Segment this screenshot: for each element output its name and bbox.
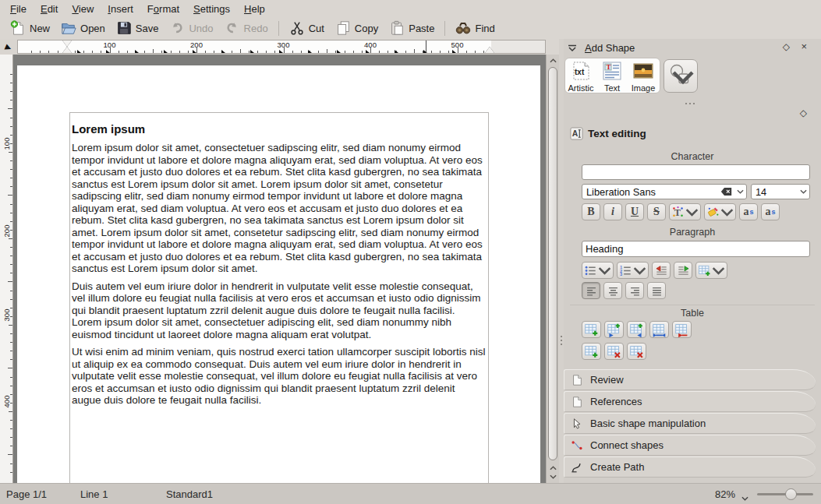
highlight-color-button[interactable]	[704, 203, 736, 220]
document-heading[interactable]: Lorem ipsum	[72, 122, 487, 136]
zoom-slider[interactable]	[757, 493, 813, 495]
font-color-button[interactable]: T	[669, 203, 701, 220]
bullet-list-button[interactable]	[582, 262, 614, 279]
docker-review[interactable]: Review	[564, 369, 816, 390]
align-left-button[interactable]	[582, 282, 600, 299]
bold-button[interactable]: B	[582, 203, 600, 220]
menu-format[interactable]: Format	[140, 2, 186, 16]
zoom-level[interactable]: 82%	[715, 488, 735, 500]
menu-file[interactable]: File	[3, 2, 34, 16]
menu-edit[interactable]: Edit	[34, 2, 65, 16]
chevron-down-icon	[712, 264, 725, 277]
font-family-combo[interactable]: Liberation Sans	[582, 184, 747, 199]
ruler-corner-button[interactable]: ▶	[0, 39, 17, 55]
insert-columns-left-button[interactable]	[604, 321, 624, 338]
superscript-button[interactable]: as	[739, 203, 758, 220]
ruler-number: 400	[364, 41, 377, 49]
decrease-indent-button[interactable]	[652, 262, 671, 279]
dock-resize-grip[interactable]	[685, 102, 695, 105]
new-file-icon	[10, 20, 26, 36]
horizontal-ruler[interactable]: 100200300400500	[17, 40, 546, 54]
shape-artistic-button[interactable]: txtArtistic	[565, 58, 596, 93]
paragraph[interactable]: Lorem ipsum dolor sit amet, consectetuer…	[72, 142, 487, 275]
ruler-tick	[179, 51, 180, 53]
shape-text-button[interactable]: TText	[596, 58, 628, 93]
menu-help[interactable]: Help	[237, 2, 272, 16]
menu-view[interactable]: View	[65, 2, 101, 16]
insert-columns-right-button[interactable]	[627, 321, 646, 338]
shape-image-button[interactable]: Image	[628, 58, 659, 93]
ruler-number: 200	[2, 222, 11, 241]
subscript-button[interactable]: as	[761, 203, 780, 220]
svg-text:txt: txt	[575, 68, 585, 76]
toolbar-button-label: Undo	[189, 23, 213, 34]
paste-button[interactable]: Paste	[384, 19, 440, 37]
document-page[interactable]: Lorem ipsum Lorem ipsum dolor sit amet, …	[17, 65, 540, 483]
text-frame[interactable]: Lorem ipsum Lorem ipsum dolor sit amet, …	[69, 112, 489, 483]
ruler-tick	[10, 403, 12, 404]
scrollbar-thumb[interactable]	[548, 67, 557, 460]
ruler-tick	[431, 51, 432, 53]
new-button[interactable]: New	[5, 19, 55, 37]
collapse-panel-icon[interactable]	[568, 43, 577, 55]
vertical-scrollbar[interactable]	[546, 55, 559, 483]
docker-references[interactable]: References	[564, 391, 816, 412]
adjust-column-width-button[interactable]	[649, 321, 669, 338]
paragraph[interactable]: Duis autem vel eum iriure dolor in hendr…	[72, 280, 487, 341]
paragraph[interactable]: Ut wisi enim ad minim veniam, quis nostr…	[72, 346, 487, 407]
ruler-tick	[8, 368, 12, 368]
cut-button[interactable]: Cut	[284, 19, 330, 37]
shape-picker-button[interactable]	[664, 59, 698, 93]
zoom-slider-thumb[interactable]	[785, 488, 797, 500]
font-size-combo[interactable]: 14	[751, 184, 810, 199]
copy-button[interactable]: Copy	[330, 19, 384, 37]
chevron-down-icon[interactable]	[741, 492, 748, 503]
delete-columns-button[interactable]	[627, 343, 646, 360]
first-line-indent-marker[interactable]	[62, 41, 72, 47]
underline-button[interactable]: U	[625, 203, 644, 220]
menu-insert[interactable]: Insert	[101, 2, 140, 16]
ruler-tick	[10, 463, 12, 464]
scroll-up-icon[interactable]	[547, 56, 559, 65]
close-panel-icon[interactable]: ×	[801, 41, 807, 52]
split-cells-button[interactable]	[672, 321, 692, 338]
ruler-tick	[10, 221, 12, 222]
insert-rows-button[interactable]	[582, 321, 601, 338]
italic-button[interactable]: i	[603, 203, 622, 220]
undo-arrow-icon	[169, 20, 185, 36]
left-indent-marker[interactable]	[62, 47, 72, 53]
strikethrough-button[interactable]: S	[647, 203, 666, 220]
docker-basic-shape-manipulation[interactable]: Basic shape manipulation	[564, 413, 816, 434]
font-family-value: Liberation Sans	[582, 186, 720, 198]
align-center-button[interactable]	[603, 282, 622, 299]
character-input[interactable]	[582, 164, 810, 180]
increase-indent-button[interactable]	[674, 262, 692, 279]
scroll-down-icon[interactable]	[547, 472, 559, 481]
toolbar-separator	[444, 21, 445, 36]
float-panel-icon[interactable]: ◇	[783, 41, 790, 52]
align-justify-button[interactable]	[647, 282, 666, 299]
alignment-buttons	[582, 282, 666, 299]
paragraph-style-input[interactable]	[582, 241, 810, 257]
ruler-tick	[10, 178, 12, 178]
align-right-button[interactable]	[625, 282, 644, 299]
insert-cells-button[interactable]	[582, 343, 601, 360]
menu-settings[interactable]: Settings	[186, 2, 237, 16]
chevron-down-icon	[797, 189, 809, 194]
vertical-ruler[interactable]: 100200300400	[0, 55, 13, 483]
open-button[interactable]: Open	[55, 19, 111, 37]
find-button[interactable]: Find	[450, 19, 500, 37]
text-editing-icon: A	[570, 127, 583, 140]
save-button[interactable]: Save	[111, 19, 165, 37]
numbered-list-button[interactable]: 123	[617, 262, 649, 279]
ruler-tick	[92, 51, 93, 53]
clear-text-icon[interactable]	[720, 187, 732, 196]
ruler-tick	[301, 51, 302, 53]
insert-variable-button[interactable]	[695, 262, 727, 279]
float-panel-icon[interactable]: ◇	[800, 107, 807, 118]
docker-create-path[interactable]: Create Path	[564, 456, 816, 478]
ruler-tick	[10, 143, 12, 144]
delete-rows-button[interactable]	[604, 343, 624, 360]
right-indent-marker[interactable]	[485, 47, 494, 53]
docker-connect-shapes[interactable]: Connect shapes	[564, 435, 816, 456]
